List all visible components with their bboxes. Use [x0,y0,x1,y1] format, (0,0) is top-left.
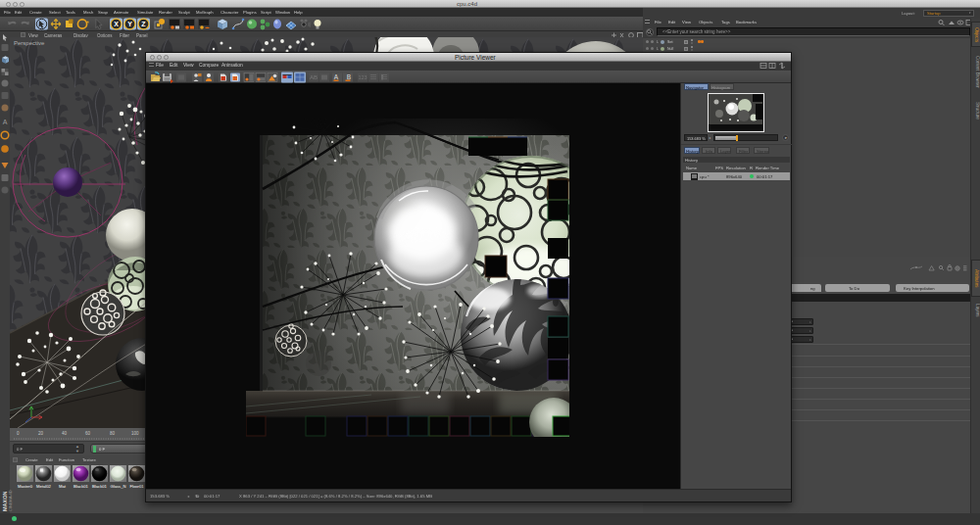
svg-text:B: B [347,73,351,80]
svg-text:AB: AB [310,74,318,80]
svg-text:Floor01: Floor01 [129,484,144,489]
svg-text:A: A [3,119,8,125]
svg-text:123: 123 [358,74,367,80]
svg-text:0: 0 [17,431,20,436]
svg-text:Metal02: Metal02 [36,484,52,489]
svg-text:A: A [334,73,339,80]
svg-text:Black01: Black01 [92,484,108,489]
svg-text:Mat: Mat [59,484,67,489]
svg-text:Master0: Master0 [18,484,33,489]
svg-text:CINEMA 4D: CINEMA 4D [8,490,13,511]
svg-text:Black01: Black01 [74,484,89,489]
svg-text:100: 100 [131,431,139,436]
svg-text:60: 60 [85,431,91,436]
svg-text:40: 40 [62,431,68,436]
svg-text:80: 80 [110,431,116,436]
svg-text:Y: Y [127,21,132,27]
svg-text:20: 20 [38,431,44,436]
svg-text:Glass_N: Glass_N [110,484,125,489]
svg-text:X: X [114,21,119,27]
svg-text:Z: Z [141,21,146,27]
svg-text:Perspective: Perspective [14,40,45,46]
